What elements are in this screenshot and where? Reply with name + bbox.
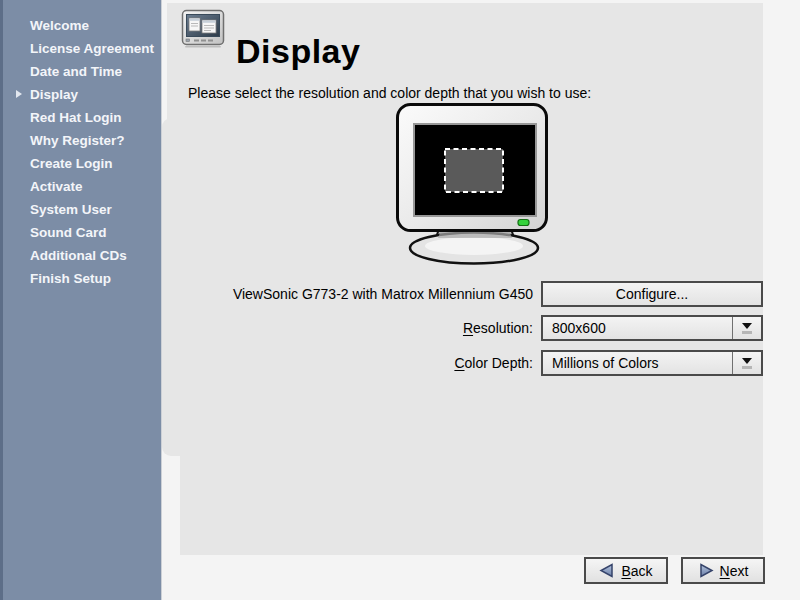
sidebar-item-red-hat-login: Red Hat Login — [3, 106, 161, 129]
sidebar-item-system-user: System User — [3, 198, 161, 221]
sidebar-item-create-login: Create Login — [3, 152, 161, 175]
color-depth-dropdown-button[interactable] — [732, 352, 761, 374]
page-title: Display — [236, 31, 360, 71]
back-button[interactable]: Back — [584, 557, 668, 584]
next-button[interactable]: Next — [681, 557, 765, 584]
configure-button-label: Configure... — [616, 286, 688, 302]
sidebar-item-label: Create Login — [30, 156, 113, 171]
chevron-down-icon — [742, 323, 752, 329]
display-settings-icon — [181, 9, 225, 49]
sidebar-item-label: Activate — [30, 179, 83, 194]
sidebar-item-finish-setup: Finish Setup — [3, 267, 161, 290]
resolution-dropdown-button[interactable] — [732, 317, 761, 339]
sidebar-item-label: Date and Time — [30, 64, 122, 79]
back-arrow-icon — [599, 563, 615, 578]
resolution-label-accesskey: R — [463, 320, 473, 336]
color-depth-label-accesskey: C — [454, 355, 464, 371]
device-label: ViewSonic G773-2 with Matrox Millennium … — [200, 281, 533, 307]
sidebar-item-why-register: Why Register? — [3, 129, 161, 152]
sidebar-item-license-agreement: License Agreement — [3, 37, 161, 60]
color-depth-selected-value: Millions of Colors — [543, 352, 732, 374]
next-arrow-icon — [698, 563, 714, 578]
next-button-label: Next — [720, 563, 749, 579]
configure-button[interactable]: Configure... — [541, 281, 763, 307]
content-panel-tab-upper — [167, 3, 181, 119]
sidebar-item-date-and-time: Date and Time — [3, 60, 161, 83]
color-depth-label: Color Depth: — [200, 350, 533, 376]
sidebar-item-label: System User — [30, 202, 112, 217]
chevron-down-icon — [742, 358, 752, 364]
sidebar-step-list: Welcome License Agreement Date and Time … — [0, 0, 161, 600]
sidebar-item-welcome: Welcome — [3, 14, 161, 37]
color-depth-dropdown[interactable]: Millions of Colors — [541, 350, 763, 376]
sidebar-item-label: Display — [30, 87, 78, 102]
content-panel-tab — [162, 118, 181, 456]
resolution-label-rest: esolution: — [473, 320, 533, 336]
sidebar-item-display-current: Display — [3, 83, 161, 106]
sidebar-item-additional-cds: Additional CDs — [3, 244, 161, 267]
current-step-arrow-icon — [16, 90, 22, 98]
sidebar-item-label: License Agreement — [30, 41, 154, 56]
resolution-selected-value: 800x600 — [543, 317, 732, 339]
color-depth-label-rest: olor Depth: — [465, 355, 533, 371]
dropdown-bar-icon — [742, 366, 752, 369]
resolution-dropdown[interactable]: 800x600 — [541, 315, 763, 341]
sidebar-item-label: Red Hat Login — [30, 110, 122, 125]
sidebar-item-label: Additional CDs — [30, 248, 127, 263]
monitor-illustration — [393, 99, 565, 271]
sidebar-item-label: Sound Card — [30, 225, 107, 240]
back-button-label: Back — [621, 563, 652, 579]
device-label-text: ViewSonic G773-2 with Matrox Millennium … — [233, 286, 533, 302]
sidebar-item-label: Why Register? — [30, 133, 125, 148]
sidebar-item-activate: Activate — [3, 175, 161, 198]
resolution-label: Resolution: — [200, 315, 533, 341]
firstboot-window: Welcome License Agreement Date and Time … — [0, 0, 800, 600]
sidebar-item-label: Welcome — [30, 18, 89, 33]
sidebar-item-label: Finish Setup — [30, 271, 111, 286]
dropdown-bar-icon — [742, 331, 752, 334]
sidebar-item-sound-card: Sound Card — [3, 221, 161, 244]
